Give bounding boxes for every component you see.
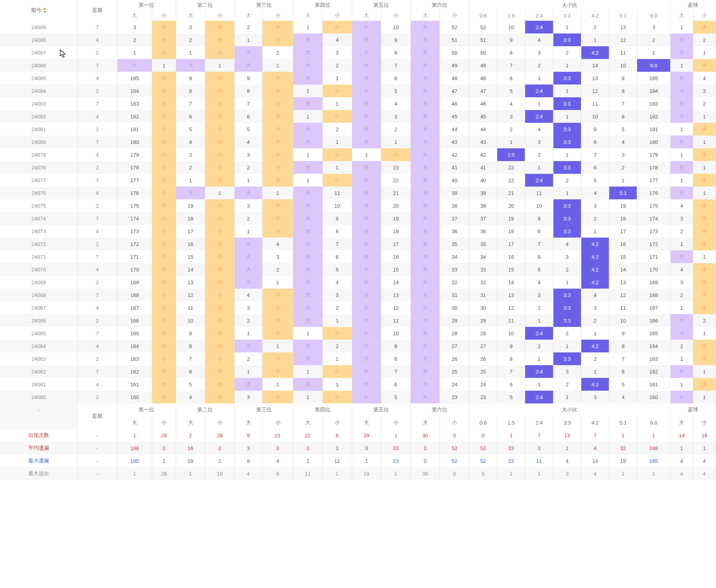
table-row: 240777177小1小1小1小大22大4040222:42511771小 <box>0 174 716 187</box>
table-row: 240687168小12小4小大3大13大31311333:34121682小 <box>0 289 716 301</box>
table-row: 240704170小14小大2大5大15大333315524:2141704小 <box>0 263 716 276</box>
stat-row: 最大遗漏-1851191941111230525223114141918544 <box>0 454 716 467</box>
table-row: 240662166小10小2小大1大11大29291113:3210166大2 <box>0 314 716 327</box>
lottery-trend-table: 期号星期第一位第二位第三位第四位第五位第六位大小比蓝球大小大小大小大小大小大小0… <box>0 0 716 480</box>
table-header: 期号星期第一位第二位第三位第四位第五位第六位大小比蓝球大小大小大小大小大小大小0… <box>0 0 716 21</box>
table-row: 240657165小9小1小1小大10大2828102:4219165大1 <box>0 327 716 340</box>
table-row: 240812181小5小5小大2大2大4444243:3951811小 <box>0 123 716 136</box>
footer-header: -星期第一位第二位第三位第四位第五位第六位大小比蓝球大小大小大小大小大小大小0:… <box>0 403 716 429</box>
table-row: 240807180小4小4小大1大1大4343133:384180大1 <box>0 136 716 148</box>
table-row: 240782178小2小2小大1大23大41412313:362178大1 <box>0 161 716 174</box>
table-row: 240734173小17小1小大8大18大36361883:31171732小 <box>0 225 716 238</box>
stat-row: 平均遗漏-1880160300303305252333143218811 <box>0 442 716 454</box>
stats-rows: 出现次数-129228921228291300017137111416平均遗漏-… <box>0 429 716 480</box>
table-row: 240824182小6小6小1小大3大454532:41106182大1 <box>0 110 716 123</box>
table-row: 240692169小13小大1大4大14大323214414:2131693小 <box>0 276 716 289</box>
table-row: 240722172小16小大4大7大17大353517744:2161721小 <box>0 238 716 250</box>
data-rows: 2408973小3小2小1小大10大5252102:4121331小240884… <box>0 21 716 403</box>
table-row: 240614161小5小大1大1大6大24246124:251611小 <box>0 378 716 391</box>
sort-issue[interactable]: 期号 <box>31 7 46 14</box>
table-row: 2408721小1小大2大3大8大50508324:2111大1 <box>0 46 716 59</box>
table-row: 240764176小大1大1大11大21大39392111145:1176大1 <box>0 187 716 199</box>
table-row: 240747174小18小2小大9大19大37371993:32181743小 <box>0 212 716 225</box>
table-row: 2408973小3小2小1小大10大5252102:4121331小 <box>0 21 716 33</box>
table-row: 240644164小8小大1大2大9大27279214:281642小 <box>0 340 716 352</box>
table-row: 240842184小8小8小1小大5大474752:41128184大3 <box>0 85 716 97</box>
table-row: 240837183小7小7小大1大4大4646413:3117183大2 <box>0 97 716 110</box>
stat-row: 最大连出-12611649111191300011341144 <box>0 467 716 480</box>
table-row: 240752175小19小3小大10大20大383820103:33191754… <box>0 199 716 212</box>
table-row: 240674167小11小3小大2大12大30301223:33111671小 <box>0 301 716 314</box>
table-row: 240717171小15小大3大6大16大343416634:215171大1 <box>0 250 716 263</box>
table-row: 240632163小7小2小大1大8大2626813:3271631小 <box>0 352 716 365</box>
table-row: 240854185小9小9小大1大6大4848613:3139185大4 <box>0 72 716 85</box>
table-row: 240867大1大1大1大2大7大494972114106:01小 <box>0 59 716 72</box>
table-row: 240602160小4小3小1小大5大232352:4134160大1 <box>0 391 716 403</box>
stat-row: 出现次数-129228921228291300017137111416 <box>0 429 716 442</box>
table-row: 240627162小6小1小1小大7大252572:4316162大1 <box>0 365 716 378</box>
table-row: 2408842小2小1小大4大9大5151943:31122大2 <box>0 33 716 46</box>
table-row: 240794179小3小3小1小1小大42421:521731791小 <box>0 148 716 161</box>
sort-icon <box>42 8 46 13</box>
